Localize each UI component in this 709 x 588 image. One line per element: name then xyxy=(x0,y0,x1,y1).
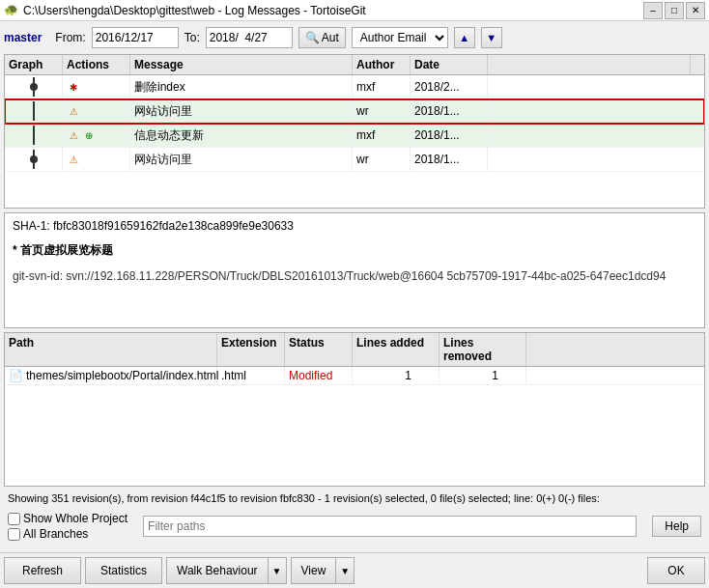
log-table-body[interactable]: ✱ 删除index mxf 2018/2... ⚠ 网站访问里 wr xyxy=(5,75,704,208)
fcol-header-ext: Extension xyxy=(217,333,285,366)
fcol-header-status: Status xyxy=(285,333,353,366)
col-header-message: Message xyxy=(130,55,353,74)
col-header-actions: Actions xyxy=(63,55,130,74)
table-row[interactable]: ⚠ ⊕ 信息动态更新 mxf 2018/1... xyxy=(5,124,704,148)
plus-icon: ⊕ xyxy=(82,128,96,142)
col-header-date: Date xyxy=(411,55,488,74)
fcol-header-removed: Lines removed xyxy=(440,333,526,366)
log-table-header: Graph Actions Message Author Date xyxy=(5,55,704,75)
ok-button[interactable]: OK xyxy=(647,557,705,584)
spacer-cell-4 xyxy=(488,148,704,171)
author-cell-2: wr xyxy=(353,99,411,123)
statistics-button[interactable]: Statistics xyxy=(85,557,162,584)
title-bar: 🐢 C:\Users\hengda\Desktop\gittest\web - … xyxy=(0,0,709,21)
col-header-graph: Graph xyxy=(5,55,63,74)
file-icon: 📄 xyxy=(9,369,23,382)
title-bar-text: C:\Users\hengda\Desktop\gittest\web - Lo… xyxy=(23,4,643,17)
view-split-button: View ▼ xyxy=(291,557,355,584)
graph-svg-3 xyxy=(14,126,53,145)
message-cell-4: 网站访问里 xyxy=(130,148,353,171)
author-cell-3: mxf xyxy=(353,124,411,147)
options-row: Show Whole Project All Branches Help xyxy=(4,510,705,543)
commit-body: git-svn-id: svn://192.168.11.228/PERSON/… xyxy=(13,268,696,285)
fcol-header-added: Lines added xyxy=(353,333,440,366)
warn-icon-2: ⚠ xyxy=(67,128,80,142)
show-whole-project-label[interactable]: Show Whole Project xyxy=(8,512,128,525)
author-filter-dropdown[interactable]: Author Email xyxy=(352,27,448,48)
graph-svg-2 xyxy=(14,101,53,121)
commit-detail-panel: SHA-1: fbfc83018f91659162fda2e138ca899fe… xyxy=(4,212,705,328)
actions-cell-2: ⚠ xyxy=(63,99,130,123)
walk-behaviour-arrow[interactable]: ▼ xyxy=(268,557,287,584)
svg-point-5 xyxy=(30,155,38,163)
walk-behaviour-split-button: Walk Behaviour ▼ xyxy=(166,557,287,584)
actions-cell-3: ⚠ ⊕ xyxy=(63,124,130,147)
actions-cell-1: ✱ xyxy=(63,75,130,98)
spacer-cell-2 xyxy=(488,99,704,123)
maximize-button[interactable]: □ xyxy=(665,2,684,19)
search-icon: 🔍 xyxy=(305,31,320,44)
spacer-cell-1 xyxy=(488,75,704,98)
help-button[interactable]: Help xyxy=(652,516,701,537)
warn-icon-3: ⚠ xyxy=(67,153,80,166)
date-cell-3: 2018/1... xyxy=(411,124,488,147)
table-row[interactable]: ⚠ 网站访问里 wr 2018/1... xyxy=(5,99,704,124)
warn-icon: ⚠ xyxy=(67,104,80,118)
commit-sha: SHA-1: fbfc83018f91659162fda2e138ca899fe… xyxy=(13,219,696,233)
graph-svg-4 xyxy=(14,150,53,169)
view-arrow[interactable]: ▼ xyxy=(335,557,354,584)
walk-behaviour-button[interactable]: Walk Behaviour xyxy=(166,557,268,584)
graph-cell-2 xyxy=(5,99,63,123)
svg-point-1 xyxy=(30,83,38,91)
next-button[interactable]: ▼ xyxy=(481,27,502,48)
actions-cell-4: ⚠ xyxy=(63,148,130,171)
files-body[interactable]: 📄 themes/simplebootx/Portal/index.html .… xyxy=(5,367,704,486)
show-whole-project-checkbox[interactable] xyxy=(8,513,20,525)
files-header: Path Extension Status Lines added Lines … xyxy=(5,333,704,367)
refresh-button[interactable]: Refresh xyxy=(4,557,81,584)
close-button[interactable]: ✕ xyxy=(686,2,705,19)
date-cell-1: 2018/2... xyxy=(411,75,488,98)
author-cell-1: mxf xyxy=(353,75,411,98)
file-path-cell: 📄 themes/simplebootx/Portal/index.html xyxy=(5,367,217,384)
scrollbar-top xyxy=(691,55,704,74)
col-header-author: Author xyxy=(353,55,411,74)
message-cell-1: 删除index xyxy=(130,75,353,98)
from-date-input[interactable] xyxy=(92,27,179,48)
minimize-button[interactable]: – xyxy=(643,2,663,19)
file-removed-cell: 1 xyxy=(440,367,526,384)
log-table: Graph Actions Message Author Date ✱ xyxy=(4,54,705,209)
graph-svg-1 xyxy=(14,77,53,97)
file-status-cell: Modified xyxy=(285,367,353,384)
all-branches-checkbox[interactable] xyxy=(8,528,20,541)
author-cell-4: wr xyxy=(353,148,411,171)
view-button[interactable]: View xyxy=(291,557,336,584)
commit-title: * 首页虚拟展览标题 xyxy=(13,242,696,259)
message-cell-2: 网站访问里 xyxy=(130,99,353,123)
date-cell-4: 2018/1... xyxy=(411,148,488,171)
list-item[interactable]: 📄 themes/simplebootx/Portal/index.html .… xyxy=(5,367,704,385)
graph-cell-1 xyxy=(5,75,63,98)
table-row[interactable]: ✱ 删除index mxf 2018/2... xyxy=(5,75,704,99)
all-branches-label[interactable]: All Branches xyxy=(8,527,128,541)
branch-label: master xyxy=(4,31,42,44)
file-added-cell: 1 xyxy=(353,367,440,384)
to-label: To: xyxy=(184,31,200,44)
graph-cell-4 xyxy=(5,148,63,171)
to-date-input[interactable] xyxy=(206,27,293,48)
search-button[interactable]: 🔍 Aut xyxy=(298,27,346,48)
graph-cell-3 xyxy=(5,124,63,147)
fcol-spacer xyxy=(526,333,704,366)
table-row[interactable]: ⚠ 网站访问里 wr 2018/1... xyxy=(5,148,704,172)
status-bar: Showing 351 revision(s), from revision f… xyxy=(4,490,705,506)
window-body: master From: To: 🔍 Aut Author Email ▲ ▼ … xyxy=(0,21,709,552)
app-icon: 🐢 xyxy=(4,3,19,18)
prev-button[interactable]: ▲ xyxy=(454,27,475,48)
bottom-action-bar: Refresh Statistics Walk Behaviour ▼ View… xyxy=(0,552,709,588)
date-cell-2: 2018/1... xyxy=(411,99,488,123)
col-header-spacer xyxy=(488,55,691,74)
bug-icon: ✱ xyxy=(67,80,80,94)
fcol-header-path: Path xyxy=(5,333,217,366)
filter-paths-input[interactable] xyxy=(143,516,637,537)
toolbar: master From: To: 🔍 Aut Author Email ▲ ▼ xyxy=(4,25,705,50)
